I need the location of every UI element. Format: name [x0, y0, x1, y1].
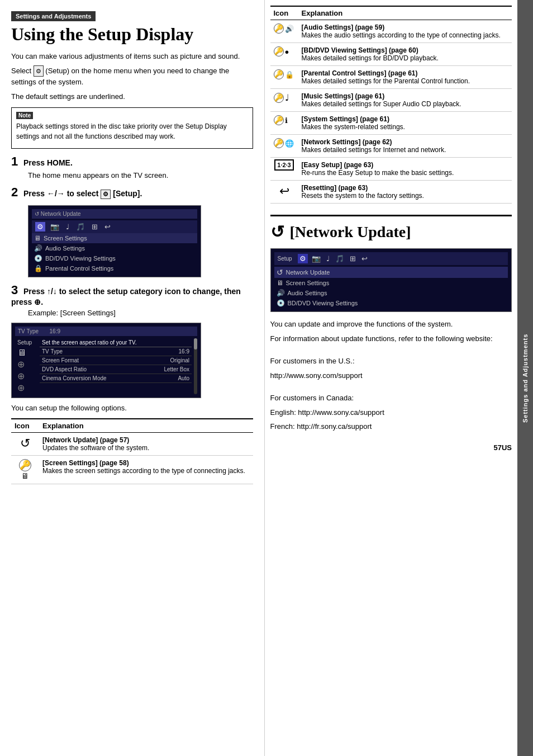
- monitor-icon: 🖥: [21, 471, 29, 480]
- screen-settings-screenshot: TV Type 16:9 Setup 🖥 ⊕ ⊕ ⊕ Set the scree…: [11, 323, 201, 398]
- net-screen-menu-item: 🖥 Screen Settings: [274, 278, 508, 288]
- icon-cell-easy: 1·2·3: [270, 158, 298, 181]
- network-p1: You can update and improve the functions…: [270, 319, 512, 330]
- screen-sidebar: Setup 🖥 ⊕ ⊕ ⊕: [15, 338, 40, 394]
- icon-cell-parental: 🔑 🔒: [270, 66, 298, 89]
- key-icon-parental: 🔑: [274, 69, 284, 79]
- scrollbar[interactable]: [194, 338, 197, 394]
- icon-cell-netsettings: 🔑 🌐: [270, 135, 298, 158]
- table-row: 🔑 🖥 [Screen Settings] (page 58) Makes th…: [11, 455, 253, 484]
- screen-header-text: Set the screen aspect ratio of your TV.: [40, 338, 192, 347]
- net-update-menu-item: ↺ Network Update: [274, 267, 508, 278]
- screen-setup-icon-wrap: 🔑 🖥: [15, 459, 36, 480]
- net-audio-label: Audio Settings: [288, 290, 327, 296]
- desc-parental: [Parental Control Settings] (page 61) Ma…: [298, 66, 512, 89]
- table-row: 🔑 🌐 [Network Settings] (page 62) Makes d…: [270, 135, 512, 158]
- net-music-icon: ♩: [325, 254, 331, 263]
- icon-cell-screen: 🔑 🖥: [11, 455, 39, 484]
- icon-cell-audio: 🔑 🔊: [270, 20, 298, 43]
- step-1-number: 1: [11, 154, 18, 168]
- screen-circle-icon: ⊕: [17, 359, 37, 370]
- setup-icon-active: ⚙: [35, 222, 45, 231]
- reset-icon-wrap: ↩: [274, 184, 295, 199]
- step-3-number: 3: [11, 283, 18, 297]
- net-audio-menu-item: 🔊 Audio Settings: [274, 288, 508, 298]
- desc-bd: [BD/DVD Viewing Settings] (page 60) Make…: [298, 43, 512, 66]
- bold-reset: [Resetting] (page 63): [302, 184, 368, 192]
- desc-netsettings-text: Makes detailed settings for Internet and…: [302, 146, 446, 154]
- step-3-text: Press ↑/↓ to select the setup category i…: [11, 287, 241, 306]
- network-us-label: For customers in the U.S.:: [270, 356, 512, 367]
- desc-bd-text: Makes detailed settings for BD/DVD playb…: [302, 54, 439, 62]
- icon-cell-system: 🔑 ℹ: [270, 112, 298, 135]
- desc-netsettings: [Network Settings] (page 62) Makes detai…: [298, 135, 512, 158]
- bold-parental: [Parental Control Settings] (page 61): [302, 69, 418, 77]
- easy-setup-icon: 1·2·3: [274, 159, 293, 171]
- screen-format-label: Screen Format: [42, 357, 79, 363]
- desc-audio: [Audio Settings] (page 59) Makes the aud…: [298, 20, 512, 43]
- step-1: 1 Press HOME. The home menu appears on t…: [11, 154, 253, 179]
- page-num-text: 57US: [493, 443, 512, 452]
- easy-icon-wrap: 1·2·3: [274, 161, 295, 169]
- bold-netsettings: [Network Settings] (page 62): [302, 138, 392, 146]
- table-row: ↺ [Network Update] (page 57) Updates the…: [11, 432, 253, 455]
- screen-circle-icon3: ⊕: [17, 382, 37, 393]
- menu-parental-settings: 🔒 Parental Control Settings: [32, 263, 197, 273]
- dvd-aspect-value: Letter Box: [164, 366, 189, 372]
- screen-settings-title: TV Type 16:9: [18, 328, 60, 334]
- circle-key-icon: 🔑: [19, 459, 31, 471]
- intro-paragraph-2: Select ⚙ (Setup) on the home menu when y…: [11, 65, 253, 88]
- network-menu-screenshot: Setup ⚙ 📷 ♩ 🎵 ⊞ ↩ ↺ Network Update 🖥 Scr…: [270, 248, 512, 312]
- tv-type-label: TV Type: [42, 348, 63, 355]
- scroll-thumb[interactable]: [194, 338, 197, 349]
- network-update-icon-large: ↺: [270, 222, 284, 242]
- cinema-value: Auto: [178, 375, 189, 381]
- net-bd-icon: 💿: [277, 299, 285, 307]
- right-col-explanation: Explanation: [298, 6, 512, 20]
- screen-circle-icon2: ⊕: [17, 371, 37, 381]
- network-update-title-text: [Network Update]: [290, 223, 411, 241]
- net-bd-menu-item: 💿 BD/DVD Viewing Settings: [274, 298, 508, 308]
- main-left-panel: Settings and Adjustments Using the Setup…: [0, 0, 264, 756]
- music-note-icon: ♩: [285, 92, 289, 103]
- note-label: Note: [16, 112, 33, 119]
- film-icon: 🎵: [74, 222, 87, 231]
- step-3: 3 Press ↑/↓ to select the setup category…: [11, 283, 253, 317]
- cinema-label: Cinema Conversion Mode: [42, 375, 107, 381]
- menu-audio-settings: 🔊 Audio Settings: [32, 243, 197, 253]
- intro-paragraph-1: You can make various adjustments of item…: [11, 51, 253, 62]
- bold-easy: [Easy Setup] (page 63): [302, 161, 374, 169]
- desc-system-text: Makes the system-related settings.: [302, 123, 405, 131]
- bd-icon: 💿: [34, 254, 42, 262]
- globe-icon: 🌐: [285, 139, 294, 148]
- table-row: 🔑 ● [BD/DVD Viewing Settings] (page 60) …: [270, 43, 512, 66]
- key-icon-system: 🔑: [274, 115, 284, 125]
- net-audio-icon: 🔊: [277, 289, 285, 297]
- network-canada-eng: English: http://www.sony.ca/support: [270, 407, 512, 418]
- step-1-sub: The home menu appears on the TV screen.: [28, 171, 253, 179]
- network-title: ↺ [Network Update]: [270, 222, 512, 242]
- table-row: 🔑 🔒 [Parental Control Settings] (page 61…: [270, 66, 512, 89]
- return-icon: ↩: [103, 222, 112, 231]
- net-screen-icon: 🖥: [277, 279, 283, 287]
- netsettings-icon-wrap: 🔑 🌐: [274, 138, 295, 148]
- network-update-section: ↺ [Network Update] Setup ⚙ 📷 ♩ 🎵 ⊞ ↩ ↺ N…: [270, 215, 512, 432]
- desc-music-text: Makes detailed settings for Super Audio …: [302, 100, 461, 108]
- desc-cell-screen: [Screen Settings] (page 58) Makes the sc…: [39, 455, 253, 484]
- bold-music: [Music Settings] (page 61): [302, 92, 385, 100]
- net-refresh-icon: ↺: [277, 268, 283, 277]
- note-text: Playback settings stored in the disc tak…: [16, 121, 248, 141]
- desc-easy-text: Re-runs the Easy Setup to make the basic…: [302, 169, 454, 177]
- setup-sidebar-label: Setup: [17, 339, 37, 346]
- menu-top-bar: ↺ Network Update: [32, 209, 197, 219]
- table-row: ↩ [Resetting] (page 63) Resets the syste…: [270, 181, 512, 204]
- net-film-icon: 🎵: [334, 254, 346, 263]
- col-icon: Icon: [11, 419, 39, 433]
- desc-reset-text: Resets the system to the factory setting…: [302, 192, 424, 200]
- screen-settings-top: TV Type 16:9: [15, 327, 197, 336]
- page-number: 57US: [270, 443, 512, 452]
- menu-bd-settings: 💿 BD/DVD Viewing Settings: [32, 253, 197, 263]
- menu-icon-row: ⚙ 📷 ♩ 🎵 ⊞ ↩: [32, 220, 197, 233]
- screen-format-value: Original: [170, 357, 189, 363]
- vertical-sidebar: Settings and Adjustments: [517, 0, 533, 756]
